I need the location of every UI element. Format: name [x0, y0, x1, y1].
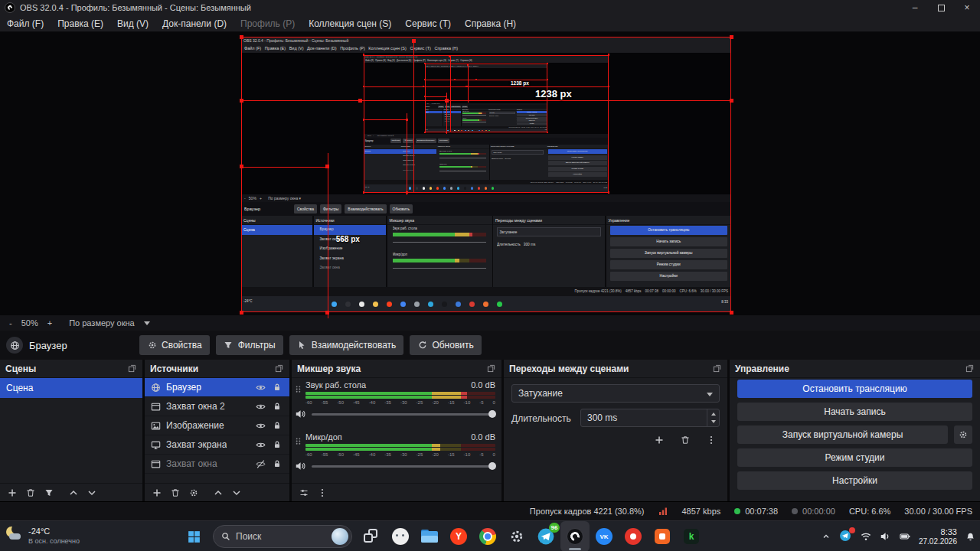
- yandex-browser-icon[interactable]: Y: [444, 521, 473, 551]
- wifi-icon[interactable]: [861, 531, 872, 543]
- dock-popout-icon[interactable]: [485, 364, 496, 374]
- stop-streaming-button[interactable]: Остановить трансляцию: [737, 380, 972, 398]
- stream-time: 00:07:38: [745, 507, 778, 516]
- add-source-button[interactable]: [148, 484, 166, 502]
- track-grip-icon[interactable]: [293, 380, 302, 398]
- notification-bell-icon[interactable]: [965, 531, 975, 542]
- start-virtual-camera-button[interactable]: Запуск виртуальной камеры: [737, 425, 948, 444]
- tray-telegram-icon[interactable]: [839, 530, 853, 543]
- remove-scene-button[interactable]: [21, 484, 40, 502]
- weather-widget[interactable]: -24°C В осн. солнечно: [5, 524, 80, 547]
- menu-scene-collection[interactable]: Коллекция сцен (S): [302, 15, 398, 32]
- telegram-icon[interactable]: 96: [531, 521, 560, 551]
- add-scene-button[interactable]: [3, 484, 21, 502]
- start-recording-button[interactable]: Начать запись: [737, 403, 972, 421]
- menu-help[interactable]: Справка (H): [458, 15, 523, 32]
- dock-popout-icon[interactable]: [964, 364, 975, 374]
- preview-video-content: Режим студии: [517, 119, 546, 122]
- lock-toggle-icon[interactable]: [271, 400, 283, 412]
- properties-button[interactable]: Свойства: [139, 335, 210, 355]
- bear-photo-icon[interactable]: [386, 521, 415, 551]
- zoom-fit-label[interactable]: По размеру окна: [69, 318, 135, 328]
- zoom-out-button[interactable]: -: [9, 318, 12, 328]
- settings-button[interactable]: Настройки: [737, 471, 972, 490]
- add-transition-button[interactable]: [652, 433, 666, 447]
- interact-button[interactable]: Взаимодействовать: [289, 335, 404, 355]
- obs-taskbar-icon[interactable]: [560, 521, 590, 551]
- source-item[interactable]: Изображение: [145, 416, 289, 435]
- kino-app-icon[interactable]: k: [677, 521, 706, 551]
- lock-toggle-icon[interactable]: [271, 419, 283, 432]
- obs-app-window: OBS 32.0.4 - Профиль: Безымянный - Сцены…: [0, 0, 980, 551]
- visibility-toggle-icon[interactable]: [254, 381, 266, 393]
- menu-edit[interactable]: Правка (E): [51, 15, 110, 32]
- move-scene-down-button[interactable]: [83, 484, 101, 502]
- volume-icon[interactable]: [880, 531, 891, 543]
- lock-toggle-icon[interactable]: [271, 439, 283, 451]
- menu-tools[interactable]: Сервис (T): [398, 15, 458, 32]
- source-item[interactable]: Браузер: [145, 378, 289, 397]
- transition-menu-button[interactable]: [704, 433, 718, 447]
- scene-filters-button[interactable]: [40, 484, 58, 502]
- preview-canvas[interactable]: OBS 32.0.4 - Профиль: Безымянный - Сцены…: [0, 32, 980, 315]
- filters-button[interactable]: Фильтры: [216, 335, 283, 355]
- move-scene-up-button[interactable]: [64, 484, 83, 502]
- scenes-list: Сцена: [0, 378, 142, 483]
- close-button[interactable]: ×: [954, 0, 980, 15]
- task-view-icon[interactable]: [357, 521, 386, 551]
- virtual-camera-settings-button[interactable]: [954, 425, 972, 444]
- volume-slider[interactable]: [312, 465, 495, 468]
- studio-mode-button[interactable]: Режим студии: [737, 448, 972, 467]
- advanced-audio-button[interactable]: [295, 484, 313, 502]
- minimize-button[interactable]: –: [902, 0, 928, 15]
- battery-icon[interactable]: [899, 531, 911, 543]
- volume-slider[interactable]: [312, 413, 495, 416]
- source-item[interactable]: Захват окна 2: [145, 397, 289, 416]
- network-status-icon: [658, 507, 668, 517]
- settings-gear-icon[interactable]: [502, 521, 531, 551]
- chrome-icon[interactable]: [473, 521, 502, 551]
- track-grip-icon[interactable]: [293, 432, 302, 450]
- source-properties-button[interactable]: [185, 484, 203, 502]
- transition-select[interactable]: Затухание: [511, 384, 720, 403]
- visibility-toggle-icon[interactable]: [254, 400, 266, 412]
- remove-transition-button[interactable]: [678, 433, 692, 447]
- dock-popout-icon[interactable]: [711, 364, 722, 374]
- mixer-menu-button[interactable]: [313, 484, 332, 502]
- menu-profile[interactable]: Профиль (P): [234, 15, 302, 32]
- zoom-level: 50%: [21, 318, 38, 328]
- source-item[interactable]: Захват экрана: [145, 435, 289, 455]
- maximize-button[interactable]: [928, 0, 954, 15]
- title-bar: OBS 32.0.4 - Профиль: Безымянный - Сцены…: [0, 0, 980, 15]
- refresh-button[interactable]: Обновить: [410, 335, 481, 355]
- menu-view[interactable]: Вид (V): [110, 15, 155, 32]
- move-source-down-button[interactable]: [227, 484, 246, 502]
- visibility-toggle-icon[interactable]: [254, 439, 266, 451]
- move-source-up-button[interactable]: [209, 484, 227, 502]
- clock-widget[interactable]: 8:33 27.02.2026: [919, 527, 957, 546]
- dock-popout-icon[interactable]: [273, 364, 284, 374]
- mute-button[interactable]: [295, 409, 305, 419]
- duration-input[interactable]: 300 ms: [580, 409, 720, 427]
- menu-docks[interactable]: Док-панели (D): [155, 15, 234, 32]
- visibility-toggle-icon[interactable]: [254, 419, 266, 432]
- red-media-app-icon[interactable]: [619, 521, 648, 551]
- start-button[interactable]: [179, 521, 208, 551]
- zoom-fit-caret-icon[interactable]: [144, 321, 150, 325]
- mute-button[interactable]: [295, 461, 305, 471]
- dock-popout-icon[interactable]: [126, 364, 137, 374]
- source-item[interactable]: Захват окна: [145, 455, 289, 474]
- search-box[interactable]: Поиск: [213, 525, 352, 548]
- zoom-in-button[interactable]: +: [47, 318, 52, 328]
- file-explorer-icon[interactable]: [415, 521, 444, 551]
- remove-source-button[interactable]: [166, 484, 185, 502]
- tray-expand-icon[interactable]: [821, 531, 831, 542]
- lock-toggle-icon[interactable]: [271, 381, 283, 393]
- lock-toggle-icon[interactable]: [271, 458, 283, 470]
- scene-item[interactable]: Сцена: [0, 378, 142, 398]
- orange-app-icon[interactable]: [648, 521, 677, 551]
- vk-icon[interactable]: VK: [590, 521, 619, 551]
- menu-file[interactable]: Файл (F): [0, 15, 51, 32]
- visibility-off-icon[interactable]: [254, 458, 266, 470]
- spinner-buttons[interactable]: [707, 409, 719, 426]
